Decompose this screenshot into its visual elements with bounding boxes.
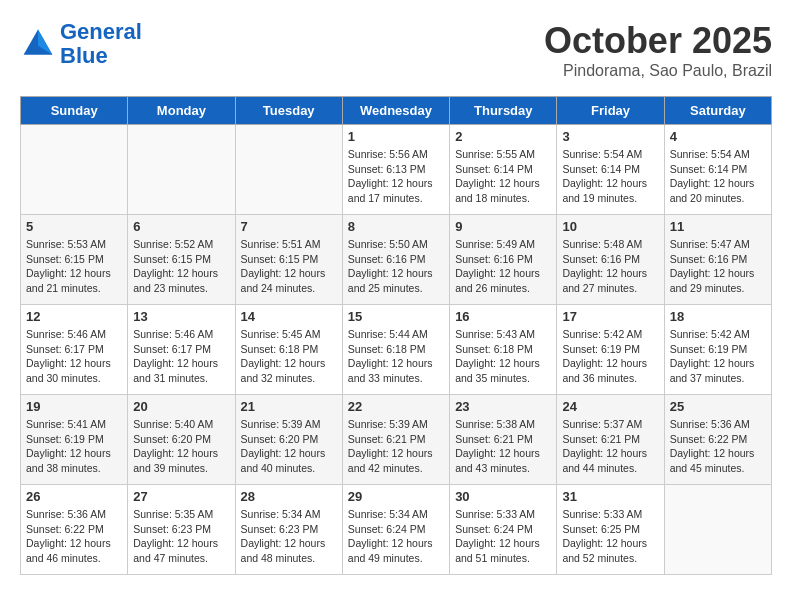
calendar-cell: 29 Sunrise: 5:34 AMSunset: 6:24 PMDaylig… xyxy=(342,485,449,575)
calendar-cell: 16 Sunrise: 5:43 AMSunset: 6:18 PMDaylig… xyxy=(450,305,557,395)
cell-info: Sunrise: 5:50 AMSunset: 6:16 PMDaylight:… xyxy=(348,237,444,296)
day-number: 2 xyxy=(455,129,551,144)
cell-info: Sunrise: 5:42 AMSunset: 6:19 PMDaylight:… xyxy=(670,327,766,386)
cell-info: Sunrise: 5:35 AMSunset: 6:23 PMDaylight:… xyxy=(133,507,229,566)
calendar-week: 12 Sunrise: 5:46 AMSunset: 6:17 PMDaylig… xyxy=(21,305,772,395)
calendar-cell: 23 Sunrise: 5:38 AMSunset: 6:21 PMDaylig… xyxy=(450,395,557,485)
calendar-cell: 3 Sunrise: 5:54 AMSunset: 6:14 PMDayligh… xyxy=(557,125,664,215)
calendar-cell: 21 Sunrise: 5:39 AMSunset: 6:20 PMDaylig… xyxy=(235,395,342,485)
day-number: 8 xyxy=(348,219,444,234)
title-area: October 2025 Pindorama, Sao Paulo, Brazi… xyxy=(544,20,772,80)
day-number: 22 xyxy=(348,399,444,414)
calendar-week: 26 Sunrise: 5:36 AMSunset: 6:22 PMDaylig… xyxy=(21,485,772,575)
cell-info: Sunrise: 5:45 AMSunset: 6:18 PMDaylight:… xyxy=(241,327,337,386)
day-number: 25 xyxy=(670,399,766,414)
calendar-cell: 28 Sunrise: 5:34 AMSunset: 6:23 PMDaylig… xyxy=(235,485,342,575)
logo-blue: Blue xyxy=(60,43,108,68)
calendar-cell xyxy=(235,125,342,215)
calendar-cell: 20 Sunrise: 5:40 AMSunset: 6:20 PMDaylig… xyxy=(128,395,235,485)
day-number: 6 xyxy=(133,219,229,234)
calendar-cell: 8 Sunrise: 5:50 AMSunset: 6:16 PMDayligh… xyxy=(342,215,449,305)
weekday-header: Saturday xyxy=(664,97,771,125)
day-number: 3 xyxy=(562,129,658,144)
calendar-cell: 14 Sunrise: 5:45 AMSunset: 6:18 PMDaylig… xyxy=(235,305,342,395)
cell-info: Sunrise: 5:52 AMSunset: 6:15 PMDaylight:… xyxy=(133,237,229,296)
calendar-cell: 9 Sunrise: 5:49 AMSunset: 6:16 PMDayligh… xyxy=(450,215,557,305)
calendar-cell: 18 Sunrise: 5:42 AMSunset: 6:19 PMDaylig… xyxy=(664,305,771,395)
weekday-header: Tuesday xyxy=(235,97,342,125)
cell-info: Sunrise: 5:53 AMSunset: 6:15 PMDaylight:… xyxy=(26,237,122,296)
calendar-cell: 7 Sunrise: 5:51 AMSunset: 6:15 PMDayligh… xyxy=(235,215,342,305)
cell-info: Sunrise: 5:54 AMSunset: 6:14 PMDaylight:… xyxy=(562,147,658,206)
day-number: 24 xyxy=(562,399,658,414)
day-number: 29 xyxy=(348,489,444,504)
calendar-table: SundayMondayTuesdayWednesdayThursdayFrid… xyxy=(20,96,772,575)
logo-icon xyxy=(20,26,56,62)
calendar-cell: 27 Sunrise: 5:35 AMSunset: 6:23 PMDaylig… xyxy=(128,485,235,575)
calendar-cell xyxy=(664,485,771,575)
cell-info: Sunrise: 5:46 AMSunset: 6:17 PMDaylight:… xyxy=(133,327,229,386)
day-number: 27 xyxy=(133,489,229,504)
logo-general: General xyxy=(60,19,142,44)
day-number: 19 xyxy=(26,399,122,414)
calendar-cell: 17 Sunrise: 5:42 AMSunset: 6:19 PMDaylig… xyxy=(557,305,664,395)
cell-info: Sunrise: 5:43 AMSunset: 6:18 PMDaylight:… xyxy=(455,327,551,386)
cell-info: Sunrise: 5:37 AMSunset: 6:21 PMDaylight:… xyxy=(562,417,658,476)
day-number: 11 xyxy=(670,219,766,234)
month-title: October 2025 xyxy=(544,20,772,62)
cell-info: Sunrise: 5:36 AMSunset: 6:22 PMDaylight:… xyxy=(670,417,766,476)
cell-info: Sunrise: 5:34 AMSunset: 6:23 PMDaylight:… xyxy=(241,507,337,566)
cell-info: Sunrise: 5:41 AMSunset: 6:19 PMDaylight:… xyxy=(26,417,122,476)
day-number: 14 xyxy=(241,309,337,324)
calendar-cell: 15 Sunrise: 5:44 AMSunset: 6:18 PMDaylig… xyxy=(342,305,449,395)
day-number: 21 xyxy=(241,399,337,414)
cell-info: Sunrise: 5:40 AMSunset: 6:20 PMDaylight:… xyxy=(133,417,229,476)
cell-info: Sunrise: 5:33 AMSunset: 6:25 PMDaylight:… xyxy=(562,507,658,566)
calendar-cell: 11 Sunrise: 5:47 AMSunset: 6:16 PMDaylig… xyxy=(664,215,771,305)
day-number: 28 xyxy=(241,489,337,504)
weekday-row: SundayMondayTuesdayWednesdayThursdayFrid… xyxy=(21,97,772,125)
calendar-week: 1 Sunrise: 5:56 AMSunset: 6:13 PMDayligh… xyxy=(21,125,772,215)
cell-info: Sunrise: 5:54 AMSunset: 6:14 PMDaylight:… xyxy=(670,147,766,206)
calendar-cell: 30 Sunrise: 5:33 AMSunset: 6:24 PMDaylig… xyxy=(450,485,557,575)
calendar-cell: 10 Sunrise: 5:48 AMSunset: 6:16 PMDaylig… xyxy=(557,215,664,305)
day-number: 7 xyxy=(241,219,337,234)
cell-info: Sunrise: 5:39 AMSunset: 6:21 PMDaylight:… xyxy=(348,417,444,476)
cell-info: Sunrise: 5:44 AMSunset: 6:18 PMDaylight:… xyxy=(348,327,444,386)
weekday-header: Wednesday xyxy=(342,97,449,125)
location-title: Pindorama, Sao Paulo, Brazil xyxy=(544,62,772,80)
cell-info: Sunrise: 5:56 AMSunset: 6:13 PMDaylight:… xyxy=(348,147,444,206)
cell-info: Sunrise: 5:36 AMSunset: 6:22 PMDaylight:… xyxy=(26,507,122,566)
calendar-cell: 2 Sunrise: 5:55 AMSunset: 6:14 PMDayligh… xyxy=(450,125,557,215)
day-number: 15 xyxy=(348,309,444,324)
calendar-cell xyxy=(128,125,235,215)
cell-info: Sunrise: 5:55 AMSunset: 6:14 PMDaylight:… xyxy=(455,147,551,206)
cell-info: Sunrise: 5:51 AMSunset: 6:15 PMDaylight:… xyxy=(241,237,337,296)
calendar-cell: 13 Sunrise: 5:46 AMSunset: 6:17 PMDaylig… xyxy=(128,305,235,395)
cell-info: Sunrise: 5:49 AMSunset: 6:16 PMDaylight:… xyxy=(455,237,551,296)
day-number: 23 xyxy=(455,399,551,414)
cell-info: Sunrise: 5:34 AMSunset: 6:24 PMDaylight:… xyxy=(348,507,444,566)
day-number: 30 xyxy=(455,489,551,504)
day-number: 12 xyxy=(26,309,122,324)
calendar-week: 19 Sunrise: 5:41 AMSunset: 6:19 PMDaylig… xyxy=(21,395,772,485)
calendar-cell: 24 Sunrise: 5:37 AMSunset: 6:21 PMDaylig… xyxy=(557,395,664,485)
cell-info: Sunrise: 5:39 AMSunset: 6:20 PMDaylight:… xyxy=(241,417,337,476)
calendar-body: 1 Sunrise: 5:56 AMSunset: 6:13 PMDayligh… xyxy=(21,125,772,575)
day-number: 18 xyxy=(670,309,766,324)
calendar-cell: 6 Sunrise: 5:52 AMSunset: 6:15 PMDayligh… xyxy=(128,215,235,305)
weekday-header: Thursday xyxy=(450,97,557,125)
cell-info: Sunrise: 5:48 AMSunset: 6:16 PMDaylight:… xyxy=(562,237,658,296)
day-number: 17 xyxy=(562,309,658,324)
weekday-header: Friday xyxy=(557,97,664,125)
logo: General Blue xyxy=(20,20,142,68)
day-number: 9 xyxy=(455,219,551,234)
page-header: General Blue October 2025 Pindorama, Sao… xyxy=(20,20,772,80)
calendar-cell: 22 Sunrise: 5:39 AMSunset: 6:21 PMDaylig… xyxy=(342,395,449,485)
calendar-cell: 12 Sunrise: 5:46 AMSunset: 6:17 PMDaylig… xyxy=(21,305,128,395)
day-number: 4 xyxy=(670,129,766,144)
calendar-cell: 31 Sunrise: 5:33 AMSunset: 6:25 PMDaylig… xyxy=(557,485,664,575)
day-number: 10 xyxy=(562,219,658,234)
calendar-header: SundayMondayTuesdayWednesdayThursdayFrid… xyxy=(21,97,772,125)
calendar-cell: 26 Sunrise: 5:36 AMSunset: 6:22 PMDaylig… xyxy=(21,485,128,575)
